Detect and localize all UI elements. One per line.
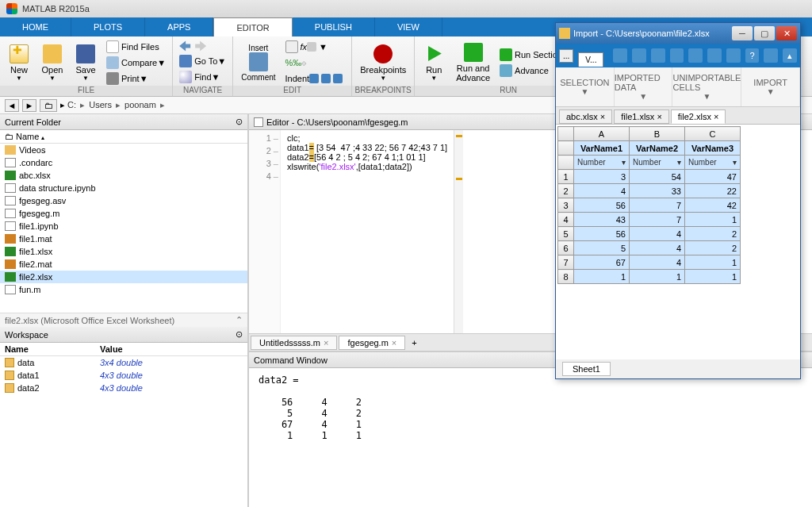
import-file-tab[interactable]: file1.xlsx×	[614, 109, 669, 124]
file-name: file1.mat	[19, 234, 52, 244]
file-row[interactable]: file1.mat	[0, 232, 247, 245]
imp-tool-icon[interactable]	[670, 48, 684, 63]
file-row[interactable]: file2.mat	[0, 258, 247, 271]
indent-button[interactable]: Indent	[282, 71, 349, 86]
sheet-tabs: Sheet1	[556, 359, 800, 378]
nav-fwd-button[interactable]: ►	[22, 99, 36, 112]
close-button[interactable]: ✕	[776, 26, 797, 40]
workspace-header[interactable]: Name Value	[0, 343, 247, 356]
app-title: MATLAB R2015a	[22, 4, 90, 13]
file-row[interactable]: fgesgeg.asv	[0, 194, 247, 207]
file-list: 🗀Name Videos.condarcabc.xlsxdata structu…	[0, 130, 247, 313]
command-window-output[interactable]: data2 = 56 4 2 5 4 2 67 4 1 1 1 1	[249, 368, 812, 507]
file-list-header[interactable]: 🗀Name	[0, 130, 247, 144]
find-files-button[interactable]: Find Files	[103, 40, 169, 55]
import-grid[interactable]: ABCVarName1VarName2VarName3NumberNumberN…	[556, 125, 800, 359]
close-tab-icon[interactable]: ×	[324, 338, 328, 348]
print-button[interactable]: Print ▼	[103, 71, 169, 86]
ribbon-tab-plots[interactable]: PLOTS	[71, 17, 145, 36]
find-button[interactable]: Find ▼	[176, 69, 229, 84]
group-navigate: Go To ▼ Find ▼ NAVIGATE	[173, 36, 233, 96]
file-row[interactable]: fun.m	[0, 283, 247, 296]
insert-fx-button[interactable]: fx ▼	[282, 40, 349, 55]
imp-tool-icon[interactable]	[764, 48, 778, 63]
imp-tool-icon[interactable]	[726, 48, 741, 63]
open-button[interactable]: Open▼	[36, 38, 68, 87]
import-group[interactable]: UNIMPORTABLE CELLS▼	[672, 67, 741, 106]
compare-button[interactable]: Compare ▼	[103, 56, 169, 71]
save-button[interactable]: Save▼	[70, 38, 102, 87]
file-row[interactable]: file1.ipynb	[0, 220, 247, 232]
import-tab-prev[interactable]: ...	[559, 49, 573, 63]
expand-icon[interactable]: ⌃	[236, 315, 243, 325]
file-type-icon	[5, 145, 16, 155]
close-tab-icon[interactable]: ×	[600, 112, 605, 121]
file-type-icon	[5, 259, 16, 269]
ribbon-tab-view[interactable]: VIEW	[375, 17, 442, 36]
workspace-row[interactable]: data14x3 double	[0, 369, 247, 382]
ribbon-tab-home[interactable]: HOME	[0, 17, 71, 36]
run-advance-button[interactable]: Run and Advance	[451, 38, 495, 87]
goto-button[interactable]: Go To ▼	[176, 53, 229, 68]
file-row[interactable]: fgesgeg.m	[0, 207, 247, 220]
file-row[interactable]: file2.xlsx	[0, 271, 247, 283]
file-type-icon	[5, 158, 16, 167]
imp-tool-icon[interactable]	[688, 48, 703, 63]
close-tab-icon[interactable]: ×	[392, 338, 396, 348]
import-view-tab[interactable]: V...	[578, 52, 603, 67]
imp-tool-icon[interactable]	[707, 48, 722, 63]
nav-back-button[interactable]: ◄	[5, 99, 19, 112]
group-breakpoints: Breakpoints▼ BREAKPOINTS	[352, 36, 415, 96]
imp-tool-icon[interactable]	[651, 48, 665, 63]
collapse-icon[interactable]: ▴	[783, 48, 797, 63]
workspace-title: Workspace⊙	[0, 327, 247, 343]
import-titlebar[interactable]: Import - C:\Users\poonam\file2.xlsx ─ ▢ …	[556, 23, 800, 44]
breadcrumb[interactable]: ▸ C: Users poonam	[60, 100, 167, 110]
group-edit: InsertComment fx ▼ % ‰ ⟐ Indent EDIT	[233, 36, 352, 96]
nav-back-icon[interactable]	[176, 40, 192, 52]
ribbon-tab-apps[interactable]: APPS	[145, 17, 213, 36]
imp-tool-icon[interactable]	[632, 48, 646, 63]
new-button[interactable]: New▼	[3, 38, 35, 87]
import-window[interactable]: Import - C:\Users\poonam\file2.xlsx ─ ▢ …	[555, 22, 801, 379]
comment-tools[interactable]: % ‰ ⟐	[282, 56, 349, 71]
file-name: fun.m	[19, 285, 41, 294]
line-gutter: 1234	[249, 130, 281, 333]
panel-dropdown-icon[interactable]: ⊙	[236, 329, 243, 340]
file-name: file2.mat	[19, 259, 52, 269]
import-group[interactable]: IMPORTED DATA▼	[615, 67, 673, 106]
file-row[interactable]: .condarc	[0, 156, 247, 169]
file-row[interactable]: file1.xlsx	[0, 245, 247, 258]
import-group[interactable]: IMPORT▼	[741, 67, 800, 106]
workspace-row[interactable]: data24x3 double	[0, 382, 247, 394]
sheet-tab[interactable]: Sheet1	[562, 362, 611, 376]
file-name: .condarc	[19, 158, 52, 167]
ribbon-tab-publish[interactable]: PUBLISH	[293, 17, 375, 36]
help-icon[interactable]: ?	[745, 48, 760, 63]
file-row[interactable]: Videos	[0, 144, 247, 156]
breakpoints-button[interactable]: Breakpoints▼	[355, 38, 411, 87]
file-row[interactable]: data structure.ipynb	[0, 182, 247, 194]
import-group[interactable]: SELECTION▼	[556, 67, 615, 106]
editor-tab[interactable]: fgesgeg.m×	[339, 336, 405, 350]
nav-fwd-icon[interactable]	[193, 40, 209, 52]
comment-button[interactable]: InsertComment	[236, 38, 280, 87]
close-tab-icon[interactable]: ×	[657, 112, 661, 121]
code-minimap[interactable]	[454, 130, 463, 333]
import-file-tab[interactable]: file2.xlsx×	[671, 109, 726, 124]
file-row[interactable]: abc.xlsx	[0, 169, 247, 182]
code-text[interactable]: clc;data1= [3 54 47 ;4 33 22; 56 7 42;43…	[281, 130, 454, 333]
close-tab-icon[interactable]: ×	[714, 112, 718, 121]
workspace-row[interactable]: data3x4 double	[0, 356, 247, 369]
editor-tab[interactable]: Untitledsssss.m×	[251, 336, 337, 350]
run-button[interactable]: Run▼	[418, 38, 450, 87]
ribbon-tab-editor[interactable]: EDITOR	[213, 17, 292, 36]
add-tab-button[interactable]: +	[405, 336, 423, 349]
minimize-button[interactable]: ─	[732, 26, 753, 40]
imp-tool-icon[interactable]	[613, 48, 627, 63]
panel-dropdown-icon[interactable]: ⊙	[236, 117, 243, 127]
file-type-icon	[5, 272, 16, 282]
maximize-button[interactable]: ▢	[754, 26, 775, 40]
nav-up-button[interactable]: 🗀	[40, 99, 57, 112]
import-file-tab[interactable]: abc.xlsx×	[559, 109, 612, 124]
